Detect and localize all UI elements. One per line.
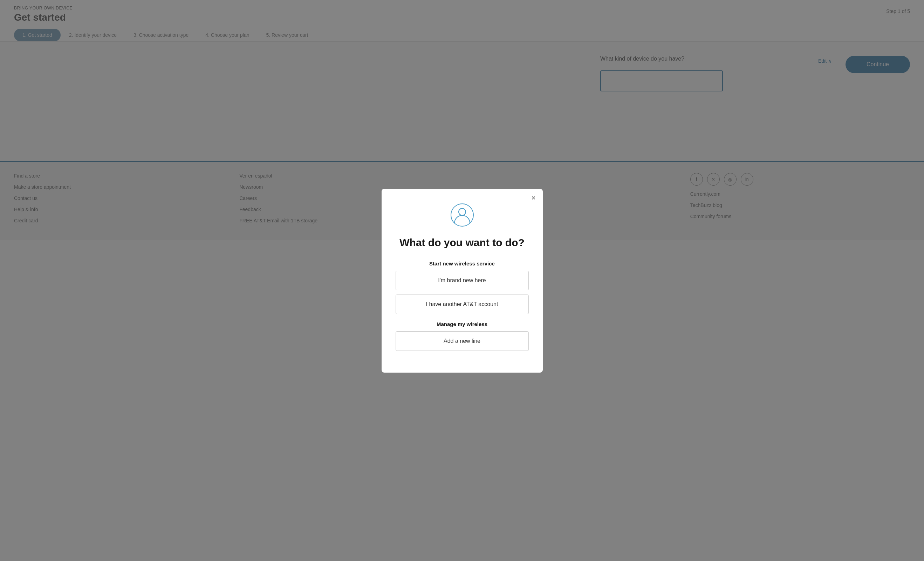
modal-dialog: × What do you want to do? Start new wire…	[382, 189, 543, 373]
option-brand-new-button[interactable]: I'm brand new here	[396, 271, 529, 290]
section1-label: Start new wireless service	[396, 260, 529, 266]
person-icon	[450, 203, 474, 227]
modal-title: What do you want to do?	[396, 236, 529, 249]
option-another-account-button[interactable]: I have another AT&T account	[396, 295, 529, 314]
modal-overlay: × What do you want to do? Start new wire…	[0, 0, 924, 561]
svg-point-1	[459, 208, 466, 215]
modal-icon	[396, 203, 529, 227]
section2-label: Manage my wireless	[396, 321, 529, 327]
modal-close-button[interactable]: ×	[531, 194, 536, 201]
option-add-line-button[interactable]: Add a new line	[396, 331, 529, 351]
